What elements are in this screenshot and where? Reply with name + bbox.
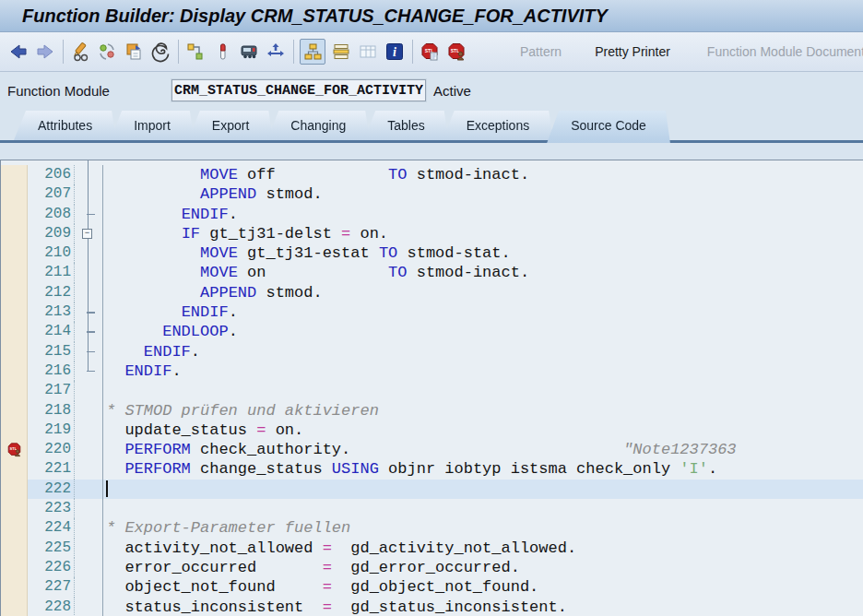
where-used-spiral-icon[interactable] [149,41,171,63]
fold-gutter[interactable] [75,558,103,577]
fold-gutter[interactable] [75,440,103,459]
function-module-input[interactable] [171,79,426,101]
editor-margin[interactable] [1,283,28,302]
editor-margin[interactable] [1,401,28,421]
line-number[interactable]: 210 [28,243,75,263]
fold-gutter[interactable] [75,401,103,421]
code-line[interactable]: 210 MOVE gt_tj31-estat TO stmod-stat. [1,243,863,263]
pretty-printer-button[interactable]: Pretty Printer [595,44,670,59]
code-text[interactable]: PERFORM change_status USING objnr iobtyp… [103,459,863,479]
code-line[interactable]: 208 ENDIF. [1,205,863,224]
code-text[interactable]: APPEND stmod. [103,283,863,302]
editor-margin[interactable] [1,205,28,224]
code-line[interactable]: 226 error_occurred = gd_error_occurred. [1,558,863,577]
fold-gutter[interactable] [75,499,103,518]
editor-margin[interactable] [1,499,28,518]
editor-margin[interactable] [1,577,28,597]
fold-gutter[interactable] [75,302,103,322]
source-code-editor[interactable]: 206 MOVE off TO stmod-inact.207 APPEND s… [0,160,863,616]
code-text[interactable]: status_inconsistent = gd_status_inconsis… [103,598,863,616]
back-icon[interactable] [7,41,30,63]
editor-margin[interactable] [1,421,28,440]
line-number[interactable]: 223 [28,499,75,518]
editor-margin[interactable]: STL [1,440,28,459]
hierarchy-icon[interactable] [300,39,325,65]
code-text[interactable]: IF gt_tj31-delst = on. [103,224,863,243]
external-breakpoint-marker-icon[interactable]: STL [6,441,23,458]
editor-margin[interactable] [1,598,28,616]
tab-tables[interactable]: Tables [363,111,448,140]
line-number[interactable]: 214 [28,322,75,341]
fold-gutter[interactable] [75,342,103,361]
tab-import[interactable]: Import [110,111,195,140]
code-text[interactable]: ENDIF. [103,361,863,381]
editor-margin[interactable] [1,243,28,263]
fold-gutter[interactable] [75,459,103,479]
code-text[interactable]: * STMOD prüfen und aktivieren [103,401,863,421]
line-number[interactable]: 209 [28,224,75,243]
code-text[interactable]: MOVE on TO stmod-inact. [103,263,863,282]
code-text[interactable]: PERFORM check_authority. "Note1237363 [103,440,863,459]
editor-margin[interactable] [1,263,28,282]
breakpoint-session-icon[interactable]: STL [419,41,441,63]
code-text[interactable]: activity_not_allowed = gd_activity_not_a… [103,539,863,558]
pattern-button[interactable]: Pattern [520,44,562,59]
editor-margin[interactable] [1,558,28,577]
code-line[interactable]: 211 MOVE on TO stmod-inact. [1,263,863,282]
code-text[interactable]: object_not_found = gd_object_not_found. [103,577,863,597]
editor-margin[interactable] [1,302,28,322]
code-text[interactable]: ENDLOOP. [103,322,863,341]
fold-gutter[interactable] [75,283,103,302]
code-line[interactable]: 207 APPEND stmod. [1,184,863,204]
code-line[interactable]: 218* STMOD prüfen und aktivieren [1,401,863,421]
line-number[interactable]: 217 [28,381,75,400]
line-number[interactable]: 215 [28,342,75,361]
fold-gutter[interactable] [75,165,103,184]
line-number[interactable]: 211 [28,263,75,282]
fold-gutter[interactable] [75,263,103,282]
fold-gutter[interactable] [75,224,103,243]
tab-exceptions[interactable]: Exceptions [443,111,553,140]
editor-margin[interactable] [1,184,28,204]
code-text[interactable]: error_occurred = gd_error_occurred. [103,558,863,577]
code-line[interactable]: 217 [1,381,863,400]
code-line[interactable]: 216 ENDIF. [1,361,863,381]
line-number[interactable]: 208 [28,205,75,224]
line-number[interactable]: 207 [28,184,75,204]
code-text[interactable]: ENDIF. [103,302,863,322]
code-line[interactable]: 222 [1,480,863,499]
line-number[interactable]: 226 [28,558,75,577]
code-line[interactable]: 206 MOVE off TO stmod-inact. [1,165,863,184]
code-text[interactable]: ENDIF. [103,205,863,224]
code-line[interactable]: STL220 PERFORM check_authority. "Note123… [1,440,863,459]
assign-icon[interactable] [184,41,207,63]
stack-icon[interactable] [330,41,352,63]
code-text[interactable]: * Export-Parameter fuellen [103,518,863,538]
fold-gutter[interactable] [75,361,103,381]
editor-margin[interactable] [1,361,28,381]
code-text[interactable] [103,480,863,499]
editor-margin[interactable] [1,322,28,341]
forward-icon[interactable] [34,41,56,63]
code-line[interactable]: 224* Export-Parameter fuellen [1,518,863,538]
function-module-document-button[interactable]: Function Module Document [707,44,863,59]
code-text[interactable]: MOVE off TO stmod-inact. [103,165,863,184]
code-text[interactable] [103,381,863,400]
editor-margin[interactable] [1,381,28,400]
line-number[interactable]: 212 [28,283,75,302]
code-line[interactable]: 225 activity_not_allowed = gd_activity_n… [1,539,863,558]
code-line[interactable]: 221 PERFORM change_status USING objnr io… [1,459,863,479]
fold-gutter[interactable] [75,480,103,499]
fold-gutter[interactable] [75,518,103,538]
documentation-info-icon[interactable]: i [384,41,406,63]
grid-icon[interactable] [357,41,379,63]
editor-margin[interactable] [1,459,28,479]
editor-margin[interactable] [1,342,28,361]
code-line[interactable]: 215 ENDIF. [1,342,863,361]
code-line[interactable]: 209 IF gt_tj31-delst = on. [1,224,863,243]
display-change-icon[interactable] [69,41,91,63]
editor-margin[interactable] [1,539,28,558]
copy-icon[interactable] [123,41,145,63]
line-number[interactable]: 221 [28,459,75,479]
editor-margin[interactable] [1,224,28,243]
